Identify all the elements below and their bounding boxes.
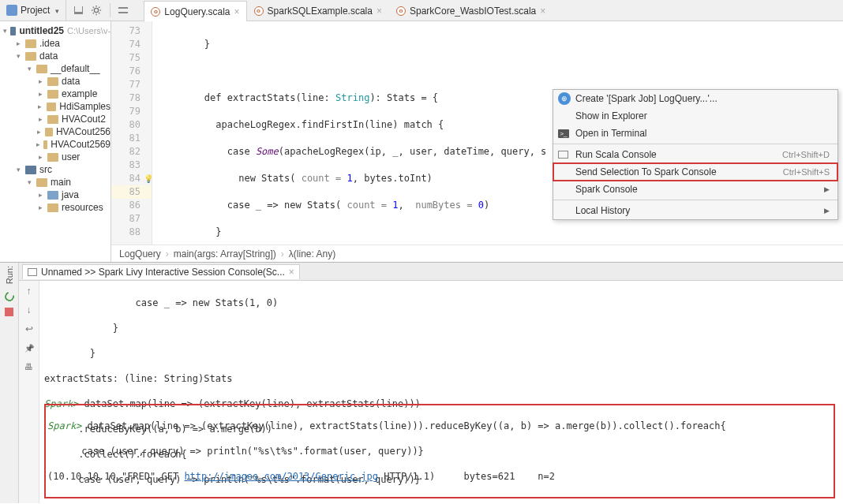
- tree-hint: C:\Users\v-: [67, 26, 111, 35]
- tree-label: untitled25: [19, 25, 64, 36]
- tree-label: main: [51, 177, 71, 188]
- console-highlight: Spark> dataSet.map(line => (extractKey(l…: [44, 404, 835, 498]
- menu-item-local-history[interactable]: Local History▶: [553, 202, 837, 219]
- pin-icon[interactable]: [24, 342, 35, 353]
- scala-file-icon: o: [396, 6, 406, 16]
- arrow-down-icon[interactable]: [24, 304, 35, 315]
- chevron-right-icon[interactable]: [36, 203, 44, 211]
- stop-icon[interactable]: [5, 308, 13, 316]
- run-label: Run:: [5, 266, 14, 284]
- main-split: untitled25 C:\Users\v- .idea data __defa…: [0, 21, 843, 262]
- menu-item-send-selection-spark[interactable]: Send Selection To Spark ConsoleCtrl+Shif…: [553, 163, 837, 181]
- menu-item-spark-console[interactable]: Spark Console▶: [553, 181, 837, 198]
- folder-icon: [36, 65, 47, 73]
- hide-icon[interactable]: [118, 7, 128, 13]
- tree-label: HVACout2: [62, 114, 106, 125]
- menu-item-show-explorer[interactable]: Show in Explorer: [553, 107, 837, 125]
- menu-separator: [553, 144, 837, 144]
- menu-item-open-terminal[interactable]: >_Open in Terminal: [553, 125, 837, 142]
- menu-label: Run Scala Console: [575, 149, 657, 160]
- chevron-right-icon[interactable]: [36, 140, 40, 148]
- breadcrumb-item[interactable]: main(args: Array[String]): [174, 248, 276, 259]
- divider: [110, 3, 111, 17]
- menu-shortcut: Ctrl+Shift+D: [782, 150, 830, 159]
- tab-logquery[interactable]: o LogQuery.scala ×: [144, 1, 246, 21]
- chevron-down-icon[interactable]: [14, 166, 22, 174]
- chevron-right-icon[interactable]: [36, 115, 44, 123]
- console-line: case (user, query) => println("%s\t%s".f…: [47, 445, 832, 457]
- tree-node[interactable]: example: [0, 88, 111, 100]
- chevron-down-icon[interactable]: [3, 27, 7, 35]
- chevron-right-icon[interactable]: [36, 103, 43, 110]
- toolbar-icons: [66, 3, 136, 17]
- folder-icon: [25, 166, 36, 174]
- arrow-up-icon[interactable]: [24, 286, 35, 297]
- menu-separator: [553, 200, 837, 200]
- chevron-right-icon[interactable]: [36, 77, 44, 85]
- chevron-down-icon[interactable]: [25, 178, 33, 186]
- chevron-down-icon[interactable]: [25, 65, 33, 73]
- tree-label: src: [39, 164, 52, 175]
- close-icon[interactable]: ×: [289, 267, 294, 278]
- console-output[interactable]: case _ => new Stats(1, 0) } } extractSta…: [39, 281, 843, 503]
- rerun-icon[interactable]: [2, 290, 15, 303]
- project-dropdown[interactable]: Project: [0, 0, 66, 21]
- run-tab-bar: Unnamed >> Spark Livy Interactive Sessio…: [19, 263, 843, 281]
- chevron-right-icon[interactable]: [36, 191, 44, 199]
- menu-item-create-spark-job[interactable]: ⊕Create '[Spark Job] LogQuery...'...: [553, 90, 837, 107]
- menu-label: Local History: [575, 205, 630, 216]
- console-line: }: [44, 347, 838, 360]
- tree-node[interactable]: user: [0, 151, 111, 163]
- gear-icon[interactable]: [91, 5, 102, 16]
- collapse-icon[interactable]: [74, 6, 83, 14]
- chevron-right-icon[interactable]: [36, 90, 44, 98]
- chevron-down-icon[interactable]: [14, 52, 22, 60]
- folder-icon: [10, 27, 16, 35]
- tree-label: .idea: [39, 38, 60, 49]
- tree-node[interactable]: data: [0, 75, 111, 88]
- tree-node[interactable]: HVACout2569: [0, 138, 111, 151]
- menu-item-run-scala-console[interactable]: Run Scala ConsoleCtrl+Shift+D: [553, 146, 837, 163]
- console-icon: [558, 151, 568, 159]
- tree-node[interactable]: __default__: [0, 62, 111, 75]
- print-icon[interactable]: [24, 361, 35, 372]
- breadcrumb-item[interactable]: λ(line: Any): [289, 248, 335, 259]
- folder-icon: [36, 178, 47, 187]
- close-icon[interactable]: ×: [540, 6, 545, 17]
- tree-label: HdiSamples: [59, 101, 111, 112]
- code-line: }: [159, 38, 843, 51]
- chevron-right-icon[interactable]: [36, 153, 44, 161]
- console-wrap: case _ => new Stats(1, 0) } } extractSta…: [19, 281, 843, 503]
- tab-sparksql[interactable]: o SparkSQLExample.scala ×: [247, 0, 389, 21]
- tab-sparkcore[interactable]: o SparkCore_WasbIOTest.scala ×: [389, 0, 553, 21]
- tree-node[interactable]: HdiSamples: [0, 100, 111, 113]
- tree-node[interactable]: data: [0, 50, 111, 62]
- tree-root[interactable]: untitled25 C:\Users\v-: [0, 24, 111, 37]
- breadcrumb-item[interactable]: LogQuery: [119, 248, 161, 259]
- chevron-right-icon[interactable]: [36, 128, 42, 136]
- run-tab[interactable]: Unnamed >> Spark Livy Interactive Sessio…: [22, 264, 300, 279]
- console-link[interactable]: http://images.com/2013/Generic.jpg: [184, 471, 378, 482]
- tab-label: LogQuery.scala: [164, 6, 230, 17]
- tree-node[interactable]: HVACout256: [0, 125, 111, 138]
- context-menu: ⊕Create '[Spark Job] LogQuery...'... Sho…: [553, 89, 838, 220]
- tree-node[interactable]: resources: [0, 201, 111, 214]
- terminal-icon: >_: [558, 129, 569, 138]
- close-icon[interactable]: ×: [234, 6, 240, 17]
- tree-label: data: [39, 50, 58, 62]
- tree-node[interactable]: src: [0, 163, 111, 176]
- tree-node[interactable]: main: [0, 176, 111, 189]
- soft-wrap-icon[interactable]: [24, 323, 35, 334]
- menu-label: Spark Console: [575, 184, 638, 195]
- tree-node[interactable]: java: [0, 189, 111, 201]
- tree-node[interactable]: .idea: [0, 37, 111, 50]
- project-tree[interactable]: untitled25 C:\Users\v- .idea data __defa…: [0, 21, 111, 262]
- close-icon[interactable]: ×: [377, 6, 382, 17]
- run-side-toolbar: Run:: [0, 263, 19, 503]
- tree-node[interactable]: HVACout2: [0, 113, 111, 125]
- menu-shortcut: Ctrl+Shift+S: [783, 167, 830, 177]
- svg-line-7: [93, 13, 94, 13]
- breadcrumb[interactable]: LogQuery › main(args: Array[String]) › λ…: [111, 245, 843, 262]
- svg-line-8: [99, 7, 99, 8]
- chevron-right-icon[interactable]: [14, 39, 22, 47]
